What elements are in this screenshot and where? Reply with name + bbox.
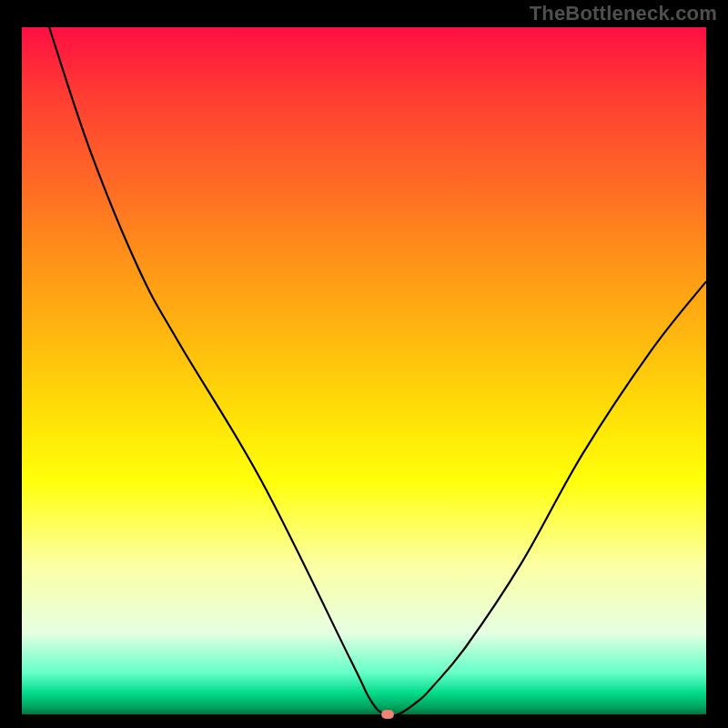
optimum-marker bbox=[381, 710, 394, 719]
heatmap-plot-area bbox=[22, 27, 706, 714]
chart-frame: TheBottleneck.com bbox=[0, 0, 728, 728]
bottleneck-curve bbox=[22, 27, 706, 714]
watermark-wrap: TheBottleneck.com bbox=[530, 0, 717, 27]
watermark-text: TheBottleneck.com bbox=[530, 2, 717, 25]
